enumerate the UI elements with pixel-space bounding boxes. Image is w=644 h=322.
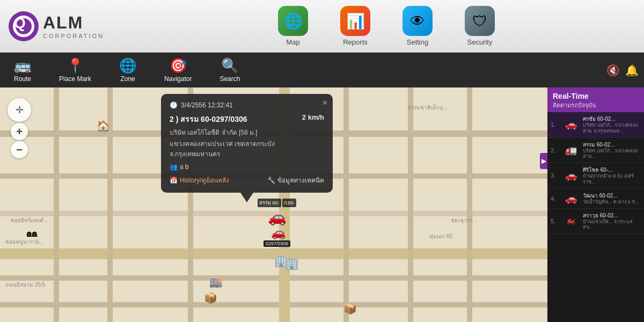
sub-nav-items: 🚌 Route 📍 Place Mark 🌐 Zone 🎯 Navigator …: [5, 55, 248, 85]
bell-icon[interactable]: 🔔: [625, 64, 639, 77]
pan-control[interactable]: ✛: [8, 98, 31, 122]
logo-icon: [9, 11, 39, 41]
panel-info-1: ศรชัย 60-02... บริษัท เอสโก้... แขวงคลอง…: [583, 115, 641, 134]
popup-address: แขวงคลองสามประเวศ เขตลาดกระบัง จ.กรุงเทพ…: [170, 138, 324, 159]
placemark-icon: 📍: [67, 57, 84, 74]
panel-name-4: วัฒนา 60-02...: [583, 192, 641, 199]
right-panel: Real-Time ติดตามรถปัจจุบัน 1. 🚗 ศรชัย 60…: [547, 87, 644, 322]
nav-item-map[interactable]: 🌐 Map: [278, 6, 308, 46]
logo-text: ALM CORPORATION: [43, 13, 104, 39]
panel-name-1: ศรชัย 60-02...: [583, 115, 641, 122]
zoom-in-button[interactable]: +: [11, 123, 28, 140]
secondary-navigation: 🚌 Route 📍 Place Mark 🌐 Zone 🎯 Navigator …: [0, 53, 644, 87]
search-label: Search: [219, 75, 240, 83]
panel-detail-5: บ้านแขวงใส... จ.กระแสสน...: [583, 219, 641, 231]
panel-detail-2: บริษัท เอสโก้... แขวงคลองสาม...: [583, 148, 641, 160]
top-navigation: ALM CORPORATION 🌐 Map 📊 Reports 👁 Settin…: [0, 0, 644, 53]
navigator-icon: 🎯: [170, 57, 187, 74]
security-label: Security: [467, 38, 493, 46]
wrench-icon: 🔧: [267, 177, 275, 184]
sub-nav-search[interactable]: 🔍 Search: [211, 55, 248, 85]
panel-num-4: 4.: [551, 195, 559, 202]
map-label-2: ชยะอุวรา...: [451, 216, 477, 224]
setting-label: Setting: [407, 38, 428, 46]
panel-header: Real-Time ติดตามรถปัจจุบัน: [547, 87, 644, 112]
panel-info-2: สรรม 60-02... บริษัท เอสโก้... แขวงคลองส…: [583, 141, 641, 160]
panel-name-3: ศิริโชค 60-...: [583, 166, 641, 173]
popup-user: 👥 a b: [170, 163, 324, 171]
panel-detail-1: บริษัท เอสโก้... แขวงคลองสาม จ.กรุงเทพมห…: [583, 122, 641, 134]
popup-time: 🕛 3/4/2556 12:32:41: [170, 101, 324, 109]
search-icon: 🔍: [221, 57, 238, 74]
main-nav-items: 🌐 Map 📊 Reports 👁 Setting 🛡 Security: [129, 6, 644, 46]
panel-car-icon-5: 🏍: [561, 216, 581, 226]
nav-item-reports[interactable]: 📊 Reports: [340, 6, 370, 46]
box-icon-2: 📦: [343, 302, 357, 315]
house-icon-3: 🏬: [209, 275, 223, 288]
panel-num-1: 1.: [551, 121, 559, 128]
logo-area: ALM CORPORATION: [0, 11, 129, 41]
panel-item-1[interactable]: 1. 🚗 ศรชัย 60-02... บริษัท เอสโก้... แขว…: [547, 112, 644, 138]
vehicle-label-1: สรรม 60-: [258, 199, 281, 207]
panel-info-4: วัฒนา 60-02... วัดน้ำวัญด้น... ต.พ่าง อ.…: [583, 192, 641, 205]
panel-item-4[interactable]: 4. 🚗 วัฒนา 60-02... วัดน้ำวัญด้น... ต.พ่…: [547, 189, 644, 209]
popup-actions: 📅 History/ดูย้อนหลัง 🔧 ข้อมูลทางเทคนิค: [170, 175, 324, 185]
panel-car-icon-4: 🚗: [561, 193, 581, 204]
vehicle-marker[interactable]: สรรม 60- ก.60- 🚗 🚗 0297/0306: [258, 199, 296, 247]
map-label-6: ถนนมีสยาม 25/5: [5, 281, 45, 289]
zoom-out-button[interactable]: −: [11, 141, 28, 158]
panel-item-2[interactable]: 2. 🚛 สรรม 60-02... บริษัท เอสโก้... แขวง…: [547, 138, 644, 164]
map-label-4: ซอยอิทร์แลงตั...: [11, 216, 48, 224]
zone-label: Zone: [120, 75, 135, 83]
panel-num-5: 5.: [551, 218, 559, 224]
panel-num-2: 2.: [551, 147, 559, 153]
map-container: ธรรมชาติเม็กบุ... ชยะอุวรา... ทุ่มเอก 60…: [0, 87, 644, 322]
panel-name-2: สรรม 60-02...: [583, 141, 641, 148]
panel-subtitle: ติดตามรถปัจจุบัน: [553, 100, 639, 110]
placemark-label: Place Mark: [59, 75, 91, 83]
panel-item-5[interactable]: 5. 🏍 สราวุธ 60-02... บ้านแขวงใส... จ.กระ…: [547, 209, 644, 235]
panel-title: Real-Time: [553, 92, 639, 100]
nav-item-setting[interactable]: 👁 Setting: [402, 6, 433, 46]
vehicle-car-icon: 🚗: [268, 208, 287, 226]
map-label-3: ทุ่มเอก 60: [429, 232, 452, 240]
user-icon: 👥: [170, 163, 178, 171]
clock-icon: 🕛: [170, 101, 178, 109]
vehicle-labels: สรรม 60- ก.60-: [258, 199, 296, 207]
sub-nav-zone[interactable]: 🌐 Zone: [111, 55, 145, 85]
sub-nav-route[interactable]: 🚌 Route: [5, 55, 40, 85]
mute-icon[interactable]: 🔇: [606, 64, 620, 77]
sub-nav-navigator[interactable]: 🎯 Navigator: [156, 55, 200, 85]
reports-icon: 📊: [340, 6, 370, 36]
popup-arrow: [240, 193, 253, 202]
house-icon-2: 🏘: [27, 227, 38, 239]
map-label-1: ธรรมชาติเม็กบุ...: [408, 104, 447, 112]
popup-title: 2 ) สรรม 60-0297/0306 2 km/h: [170, 113, 324, 125]
sub-nav-placemark[interactable]: 📍 Place Mark: [50, 55, 100, 85]
logo-alm: ALM: [43, 13, 104, 33]
popup-history-button[interactable]: 📅 History/ดูย้อนหลัง: [170, 175, 229, 185]
zone-icon: 🌐: [119, 57, 136, 74]
sub-nav-right: 🔇 🔔: [606, 64, 639, 77]
map[interactable]: ธรรมชาติเม็กบุ... ชยะอุวรา... ทุ่มเอก 60…: [0, 87, 547, 322]
panel-name-5: สราวุธ 60-02...: [583, 212, 641, 219]
panel-num-3: 3.: [551, 172, 559, 179]
nav-item-security[interactable]: 🛡 Security: [465, 6, 495, 46]
popup-company: บริษัท เอสโก้โอซีดิ จำกัด [58 ม.]: [170, 127, 324, 137]
logo-corp: CORPORATION: [43, 33, 104, 39]
zoom-controls: ✛ + −: [8, 98, 31, 158]
setting-icon: 👁: [402, 6, 433, 36]
calendar-icon: 📅: [170, 177, 178, 184]
panel-item-3[interactable]: 3. 🚗 ศิริโชค 60-... บ้านปากกล้วง ต.บิง อ…: [547, 163, 644, 189]
popup-close-button[interactable]: ×: [323, 98, 327, 108]
box-icon-1: 📦: [204, 291, 217, 304]
reports-label: Reports: [343, 38, 368, 46]
security-icon: 🛡: [465, 6, 495, 36]
vehicle-plate: 0297/0306: [264, 240, 291, 247]
popup-tech-button[interactable]: 🔧 ข้อมูลทางเทคนิค: [267, 175, 324, 185]
panel-car-icon-3: 🚗: [561, 170, 581, 181]
route-icon: 🚌: [14, 57, 31, 74]
panel-detail-4: วัดน้ำวัญด้น... ต.พ่าง อ.ช...: [583, 199, 641, 205]
vehicle-car-icon-2: 🚗: [271, 226, 286, 240]
navigator-label: Navigator: [164, 75, 192, 83]
